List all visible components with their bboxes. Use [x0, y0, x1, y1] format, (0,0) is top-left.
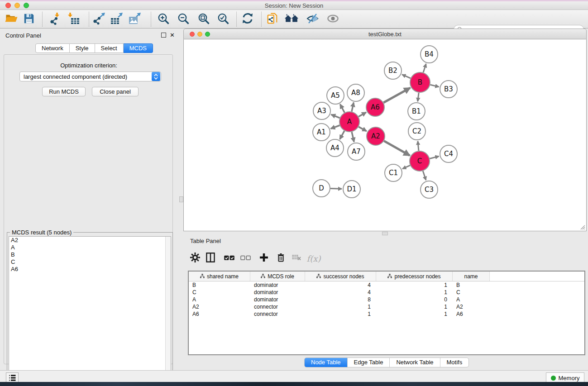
edge-A-A1[interactable] [331, 125, 340, 129]
function-builder-button[interactable]: f(x) [307, 252, 320, 265]
tab-network[interactable]: Network [35, 43, 70, 53]
tab-edge-table[interactable]: Edge Table [348, 358, 390, 367]
node-A[interactable]: A [339, 112, 359, 132]
export-table-button[interactable] [109, 11, 125, 27]
cell-predecessor-nodes[interactable]: 1 [376, 289, 453, 295]
node-B2[interactable]: B2 [384, 62, 402, 79]
export-network-button[interactable] [91, 11, 107, 27]
tab-style[interactable]: Style [70, 43, 95, 53]
node-B[interactable]: B [410, 72, 430, 92]
table-row[interactable]: Adominator80A [189, 296, 584, 303]
node-B3[interactable]: B3 [440, 81, 457, 98]
node-A1[interactable]: A1 [313, 124, 330, 141]
gear-button[interactable] [188, 252, 202, 265]
zoom-out-button[interactable] [175, 11, 191, 27]
cell-shared-name[interactable]: B [189, 282, 250, 288]
cell-successor-nodes[interactable]: 4 [305, 282, 376, 288]
column-header-predecessor-nodes[interactable]: predecessor nodes [376, 272, 453, 281]
close-panel-icon[interactable]: ✕ [170, 33, 175, 38]
minimize-view-icon[interactable] [197, 32, 202, 37]
import-network-button[interactable] [47, 11, 63, 27]
node-C3[interactable]: C3 [421, 181, 438, 198]
app-titlebar[interactable]: Session: New Session [0, 1, 588, 10]
cell-predecessor-nodes[interactable]: 0 [376, 296, 453, 303]
cell-shared-name[interactable]: C [189, 289, 250, 295]
edge-A-A2[interactable] [359, 127, 367, 131]
cell-MCDS-role[interactable]: dominator [250, 296, 305, 303]
select-all-button[interactable] [222, 252, 236, 265]
zoom-fit-button[interactable] [196, 11, 212, 27]
close-panel-button[interactable]: Close panel [92, 87, 139, 96]
edge-B-B3[interactable] [430, 85, 439, 87]
node-A4[interactable]: A4 [326, 139, 344, 157]
network-graph[interactable]: B4B2BB3A5A8A6A3AB1A1A2C2A4A7CC4C1C3DD1 [184, 39, 586, 230]
node-C4[interactable]: C4 [440, 145, 457, 162]
edge-A-A5[interactable] [340, 104, 344, 112]
node-A8[interactable]: A8 [347, 84, 364, 101]
node-C1[interactable]: C1 [385, 164, 402, 181]
node-D1[interactable]: D1 [343, 181, 360, 198]
close-window-icon[interactable] [5, 3, 11, 8]
delete-button[interactable] [274, 252, 287, 265]
edge-C-C1[interactable] [402, 165, 410, 169]
edge-A-A7[interactable] [352, 132, 354, 142]
hide-graphics-details-button[interactable] [304, 11, 320, 27]
node-A6[interactable]: A6 [366, 98, 384, 116]
cell-MCDS-role[interactable]: connector [250, 304, 305, 310]
mcds-result-item[interactable]: A2 [9, 237, 171, 244]
cell-shared-name[interactable]: A6 [189, 311, 250, 317]
cell-successor-nodes[interactable]: 8 [305, 296, 376, 303]
cell-predecessor-nodes[interactable]: 1 [376, 304, 453, 310]
scrollbar[interactable] [165, 237, 171, 385]
open-file-button[interactable] [3, 11, 19, 27]
edge-B-B4[interactable] [423, 64, 426, 72]
mcds-result-list[interactable]: A2ABCA6 [9, 236, 171, 386]
tab-mcds[interactable]: MCDS [124, 43, 153, 53]
edge-C-C2[interactable] [418, 141, 419, 151]
node-table[interactable]: shared nameMCDS rolesuccessor nodesprede… [188, 271, 585, 355]
cell-successor-nodes[interactable]: 1 [305, 304, 376, 310]
mcds-result-item[interactable]: A [9, 244, 171, 251]
tab-motifs[interactable]: Motifs [440, 358, 469, 367]
cell-successor-nodes[interactable]: 1 [305, 311, 376, 317]
import-table-button[interactable] [65, 11, 81, 27]
horizontal-splitter-handle[interactable] [382, 232, 388, 235]
tab-network-table[interactable]: Network Table [390, 358, 440, 367]
close-view-icon[interactable] [190, 32, 195, 37]
cell-shared-name[interactable]: A [189, 296, 250, 303]
column-header-name[interactable]: name [453, 272, 490, 281]
cell-MCDS-role[interactable]: dominator [250, 289, 305, 295]
tab-select[interactable]: Select [95, 43, 124, 53]
cell-MCDS-role[interactable]: connector [250, 311, 305, 317]
node-D[interactable]: D [313, 180, 330, 197]
edge-C-C3[interactable] [423, 171, 426, 180]
edge-A-A3[interactable] [331, 114, 339, 118]
show-details-button[interactable] [325, 11, 341, 27]
network-from-selection-button[interactable] [264, 11, 281, 27]
float-panel-icon[interactable] [161, 33, 166, 38]
cell-name[interactable]: A6 [453, 311, 490, 317]
criterion-select[interactable]: largest connected component (directed) [19, 71, 161, 81]
cell-shared-name[interactable]: A2 [189, 304, 250, 310]
cell-predecessor-nodes[interactable]: 1 [376, 311, 453, 317]
edge-A-A8[interactable] [352, 102, 354, 111]
network-window-titlebar[interactable]: testGlobe.txt [183, 29, 587, 39]
cell-successor-nodes[interactable]: 4 [305, 289, 376, 295]
cybrowser-button[interactable] [283, 11, 300, 27]
network-canvas[interactable]: B4B2BB3A5A8A6A3AB1A1A2C2A4A7CC4C1C3DD1 [183, 39, 587, 231]
column-header-successor-nodes[interactable]: successor nodes [305, 272, 376, 281]
node-A5[interactable]: A5 [327, 87, 344, 104]
mcds-result-item[interactable]: B [9, 251, 171, 258]
export-image-button[interactable] [127, 11, 143, 27]
tab-node-table[interactable]: Node Table [305, 358, 348, 367]
zoom-selected-button[interactable] [215, 11, 231, 27]
edge-A-A6[interactable] [359, 112, 366, 116]
table-row[interactable]: A6connector11A6 [189, 310, 584, 318]
zoom-window-icon[interactable] [24, 3, 29, 8]
table-row[interactable]: Cdominator41C [189, 289, 584, 296]
table-row[interactable]: Bdominator41B [189, 281, 584, 289]
minimize-window-icon[interactable] [14, 3, 20, 8]
refresh-layout-button[interactable] [239, 11, 256, 27]
cell-name[interactable]: A [453, 296, 490, 303]
node-C[interactable]: C [410, 151, 430, 171]
